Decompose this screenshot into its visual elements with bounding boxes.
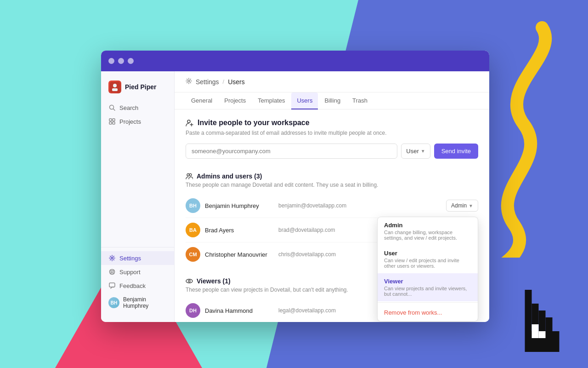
tab-billing[interactable]: Billing	[319, 92, 346, 109]
svg-point-18	[187, 120, 190, 123]
tab-trash[interactable]: Trash	[347, 92, 373, 109]
role-popup-viewer[interactable]: Viewer Can view projects and invite view…	[378, 273, 478, 301]
role-popup-viewer-desc: Can view projects and invite viewers, bu…	[384, 286, 471, 297]
avatar-placeholder: BH	[108, 297, 119, 308]
svg-point-17	[188, 80, 190, 82]
role-dropdown-benjamin[interactable]: Admin ▼	[446, 200, 478, 212]
svg-rect-25	[525, 290, 532, 297]
svg-rect-31	[532, 317, 539, 324]
role-popup-user-desc: Can view / edit projects and invite othe…	[384, 258, 471, 269]
admins-section: Admins and users (3) These people can ma…	[186, 172, 478, 266]
svg-point-22	[189, 174, 192, 176]
svg-rect-35	[546, 317, 553, 324]
content-scroll: Invite people to your workspace Paste a …	[175, 109, 489, 322]
role-popup-viewer-name: Viewer	[384, 278, 471, 285]
invite-icon	[186, 119, 194, 127]
window-titlebar	[101, 51, 489, 71]
sidebar-item-feedback[interactable]: Feedback	[101, 279, 174, 293]
svg-point-9	[111, 257, 113, 259]
brand-button[interactable]: Pied Piper	[101, 77, 174, 101]
tab-templates[interactable]: Templates	[252, 92, 290, 109]
svg-rect-16	[109, 283, 115, 287]
sidebar-item-support[interactable]: Support	[101, 265, 174, 279]
role-popup-admin[interactable]: Admin Can change billing, workspace sett…	[378, 217, 478, 245]
svg-rect-38	[525, 324, 532, 331]
invite-section-subtitle: Paste a comma-separated list of email ad…	[186, 130, 478, 136]
tab-general[interactable]: General	[186, 92, 218, 109]
user-email-benjamin: benjamin@dovetailapp.com	[278, 202, 446, 209]
sidebar-item-settings-label: Settings	[119, 255, 141, 262]
settings-icon	[108, 254, 116, 262]
user-row-benjamin: BH Benjamin Humphrey benjamin@dovetailap…	[186, 194, 478, 218]
tabs-bar: General Projects Templates Users Billing…	[175, 92, 489, 109]
svg-line-4	[113, 109, 115, 111]
tab-users[interactable]: Users	[291, 92, 318, 109]
svg-rect-6	[113, 119, 115, 121]
sidebar: Pied Piper Search	[101, 71, 175, 322]
admins-section-subtitle: These people can manage Dovetail and edi…	[186, 182, 478, 188]
avatar-brad: BA	[186, 223, 200, 237]
sidebar-item-projects[interactable]: Projects	[101, 115, 174, 128]
viewers-icon	[186, 277, 193, 285]
user-name: Benjamin Humphrey	[123, 296, 167, 309]
svg-rect-37	[525, 317, 532, 324]
avatar-christopher: CM	[186, 247, 200, 262]
svg-rect-26	[525, 297, 532, 304]
svg-rect-43	[539, 331, 546, 338]
sidebar-item-projects-label: Projects	[119, 118, 141, 125]
svg-rect-36	[546, 324, 553, 331]
role-dropdown[interactable]: User ▼	[401, 144, 430, 159]
svg-rect-34	[539, 324, 546, 331]
role-popup-user[interactable]: User Can view / edit projects and invite…	[378, 245, 478, 273]
svg-rect-41	[525, 345, 560, 352]
role-popup-remove[interactable]: Remove from works...	[378, 304, 478, 321]
breadcrumb-separator: /	[223, 78, 225, 85]
sidebar-item-support-label: Support	[119, 269, 141, 276]
svg-rect-8	[113, 122, 115, 124]
dropdown-arrow-benjamin-icon: ▼	[469, 203, 473, 208]
email-input[interactable]	[186, 144, 397, 159]
svg-rect-28	[525, 310, 532, 317]
avatar-benjamin: BH	[186, 198, 200, 213]
sidebar-item-feedback-label: Feedback	[119, 282, 146, 289]
sidebar-spacer	[101, 128, 174, 243]
feedback-icon	[108, 282, 116, 289]
send-invite-button[interactable]: Send invite	[434, 144, 478, 159]
svg-point-21	[187, 174, 189, 176]
role-popup-admin-name: Admin	[384, 222, 471, 229]
svg-rect-33	[539, 317, 546, 324]
user-name-brad: Brad Ayers	[205, 227, 278, 234]
role-popup-divider	[378, 302, 478, 303]
sidebar-bottom: Settings Support	[101, 247, 174, 316]
svg-rect-44	[532, 331, 539, 338]
role-popup: Admin Can change billing, workspace sett…	[377, 217, 478, 322]
admins-section-title: Admins and users (3)	[186, 172, 478, 180]
role-popup-remove-label: Remove from works...	[384, 309, 442, 316]
titlebar-dot-1	[108, 58, 114, 64]
window-body: Pied Piper Search	[101, 71, 489, 322]
svg-rect-42	[532, 324, 539, 331]
role-popup-admin-desc: Can change billing, workspace settings, …	[384, 230, 471, 241]
avatar-davina: DH	[186, 303, 200, 318]
sidebar-item-settings[interactable]: Settings	[101, 251, 174, 265]
main-content: Settings / Users General Projects Templa…	[175, 71, 489, 322]
user-name-benjamin: Benjamin Humphrey	[205, 202, 278, 209]
invite-section: Invite people to your workspace Paste a …	[186, 119, 478, 159]
dropdown-arrow-icon: ▼	[421, 149, 425, 154]
brand-avatar	[108, 80, 121, 93]
titlebar-dot-3	[128, 58, 134, 64]
admins-icon	[186, 172, 193, 180]
header-settings-icon	[186, 78, 192, 86]
header-settings-label: Settings	[196, 78, 219, 86]
projects-icon	[108, 118, 116, 125]
role-dropdown-label: User	[406, 148, 418, 155]
content-header: Settings / Users	[175, 71, 489, 92]
svg-rect-27	[525, 304, 532, 310]
svg-rect-29	[532, 304, 539, 310]
invite-section-title: Invite people to your workspace	[186, 119, 478, 127]
user-row[interactable]: BH Benjamin Humphrey	[101, 293, 174, 313]
svg-rect-2	[112, 88, 118, 91]
tab-projects[interactable]: Projects	[219, 92, 251, 109]
svg-point-1	[113, 84, 117, 87]
sidebar-item-search[interactable]: Search	[101, 101, 174, 115]
